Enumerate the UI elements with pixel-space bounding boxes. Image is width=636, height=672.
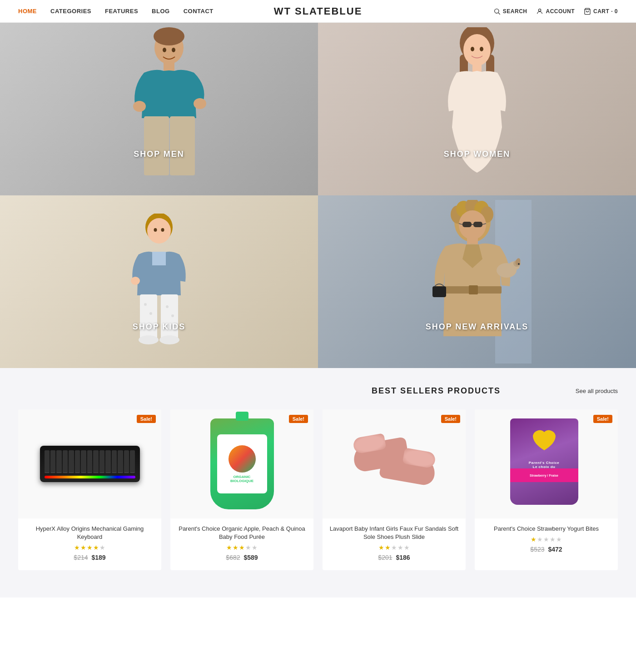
nav-blog[interactable]: BLOG xyxy=(152,8,170,15)
account-button[interactable]: ACCOUNT xyxy=(536,8,575,15)
svg-point-7 xyxy=(133,101,146,112)
svg-rect-9 xyxy=(144,116,169,175)
prices-pouch: $682 $589 xyxy=(177,554,307,561)
price-sale-sandals: $186 xyxy=(396,554,410,561)
pouch-text: ORGANICBIOLOGIQUE xyxy=(230,475,253,483)
pouch-circle xyxy=(229,445,256,473)
key xyxy=(105,450,110,473)
svg-rect-34 xyxy=(495,200,532,363)
star3: ★ xyxy=(391,544,397,551)
svg-point-25 xyxy=(144,303,147,306)
key xyxy=(56,450,61,473)
nav-left: HOME CATEGORIES FEATURES BLOG CONTACT xyxy=(18,8,214,15)
yogurt-flavor: Strawberry / Fraise xyxy=(530,474,558,477)
sale-badge-sandals: Sale! xyxy=(441,415,460,423)
star4: ★ xyxy=(398,544,403,551)
product-name-pouch: Parent's Choice Organic Apple, Peach & Q… xyxy=(177,525,307,541)
product-image-sandals: Sale! xyxy=(323,409,466,518)
product-info-pouch: Parent's Choice Organic Apple, Peach & Q… xyxy=(170,518,313,561)
star3: ★ xyxy=(239,544,245,551)
search-button[interactable]: SEARCH xyxy=(493,8,527,15)
svg-point-32 xyxy=(161,228,164,232)
svg-rect-43 xyxy=(473,222,482,227)
key xyxy=(124,450,129,473)
yogurt-graphic: Parent's ChoiceLe choix duparent Strawbe… xyxy=(510,418,583,509)
svg-rect-49 xyxy=(469,285,478,294)
products-header: BEST SELLERS PRODUCTS See all products xyxy=(18,386,618,396)
nav-features[interactable]: FEATURES xyxy=(105,8,138,15)
star3: ★ xyxy=(543,536,549,543)
prices-sandals: $201 $186 xyxy=(329,554,459,561)
key xyxy=(63,450,68,473)
svg-rect-50 xyxy=(432,286,446,297)
nav-home[interactable]: HOME xyxy=(18,8,37,15)
svg-rect-42 xyxy=(462,222,472,227)
svg-point-11 xyxy=(163,48,166,52)
see-all-link[interactable]: See all products xyxy=(576,388,618,394)
key xyxy=(45,450,50,473)
hero-men[interactable]: SHOP MEN xyxy=(0,23,318,195)
svg-point-29 xyxy=(139,335,159,344)
nav-contact[interactable]: CONTACT xyxy=(184,8,214,15)
sale-badge-pouch: Sale! xyxy=(289,415,308,423)
svg-point-31 xyxy=(154,228,157,232)
svg-rect-24 xyxy=(161,294,178,340)
sandals-graphic xyxy=(353,432,435,496)
product-card-yogurt[interactable]: Sale! Parent's ChoiceLe choix duparent S… xyxy=(475,409,618,570)
keyboard-keys xyxy=(45,450,135,473)
pouch-graphic: ORGANICBIOLOGIQUE xyxy=(210,418,274,509)
svg-point-55 xyxy=(518,263,520,265)
product-card-sandals[interactable]: Sale! Lavaport Baby Infant Girls Faux Fu… xyxy=(323,409,466,570)
sale-badge-yogurt: Sale! xyxy=(593,415,612,423)
cart-label: CART · 0 xyxy=(593,8,618,15)
header: HOME CATEGORIES FEATURES BLOG CONTACT WT… xyxy=(0,0,636,23)
product-name-yogurt: Parent's Choice Strawberry Yogurt Bites xyxy=(481,525,611,533)
svg-point-5 xyxy=(154,27,184,45)
product-name-sandals: Lavaport Baby Infant Girls Faux Fur Sand… xyxy=(329,525,459,541)
nav-categories[interactable]: CATEGORIES xyxy=(50,8,91,15)
key xyxy=(50,450,55,473)
hero-arrivals-label: SHOP NEW ARRIVALS xyxy=(426,322,529,332)
hero-kids[interactable]: SHOP KIDS xyxy=(0,195,318,368)
key xyxy=(81,450,86,473)
star5: ★ xyxy=(556,536,562,543)
price-original-keyboard: $214 xyxy=(74,554,88,561)
product-info-sandals: Lavaport Baby Infant Girls Faux Fur Sand… xyxy=(323,518,466,561)
site-title: WT SLATEBLUE xyxy=(274,5,363,17)
price-original-yogurt: $523 xyxy=(530,546,544,553)
stars-pouch: ★ ★ ★ ★ ★ xyxy=(177,544,307,551)
star2: ★ xyxy=(537,536,543,543)
heart-svg xyxy=(531,428,558,453)
star1: ★ xyxy=(531,536,537,543)
svg-rect-17 xyxy=(472,64,482,72)
svg-point-27 xyxy=(166,305,169,308)
svg-point-30 xyxy=(159,335,179,344)
product-card-keyboard[interactable]: Sale! HyperX Alloy Orig xyxy=(18,409,161,570)
key xyxy=(112,450,117,473)
search-label: SEARCH xyxy=(503,8,527,15)
star5: ★ xyxy=(252,544,258,551)
star1: ★ xyxy=(226,544,232,551)
cart-button[interactable]: CART · 0 xyxy=(584,8,618,15)
star2: ★ xyxy=(80,544,86,551)
svg-point-21 xyxy=(147,218,171,244)
hero-kids-label: SHOP KIDS xyxy=(133,322,186,332)
price-original-sandals: $201 xyxy=(378,554,392,561)
product-name-keyboard: HyperX Alloy Origins Mechanical Gaming K… xyxy=(25,525,155,541)
product-image-keyboard: Sale! xyxy=(18,409,161,518)
hero-women[interactable]: SHOP WOMEN xyxy=(318,23,636,195)
key xyxy=(69,450,74,473)
key xyxy=(93,450,98,473)
products-grid: Sale! HyperX Alloy Orig xyxy=(18,409,618,570)
svg-rect-6 xyxy=(164,62,174,71)
yogurt-bag: Parent's ChoiceLe choix duparent Strawbe… xyxy=(510,418,578,505)
key xyxy=(118,450,123,473)
product-image-yogurt: Sale! Parent's ChoiceLe choix duparent S… xyxy=(475,409,618,518)
price-sale-pouch: $589 xyxy=(244,554,258,561)
svg-point-28 xyxy=(171,314,174,317)
hero-arrivals[interactable]: SHOP NEW ARRIVALS xyxy=(318,195,636,368)
keyboard-graphic xyxy=(40,446,140,482)
cart-icon xyxy=(584,8,591,15)
svg-rect-10 xyxy=(170,116,195,175)
product-card-pouch[interactable]: Sale! ORGANICBIOLOGIQUE Parent's Choice … xyxy=(170,409,313,570)
